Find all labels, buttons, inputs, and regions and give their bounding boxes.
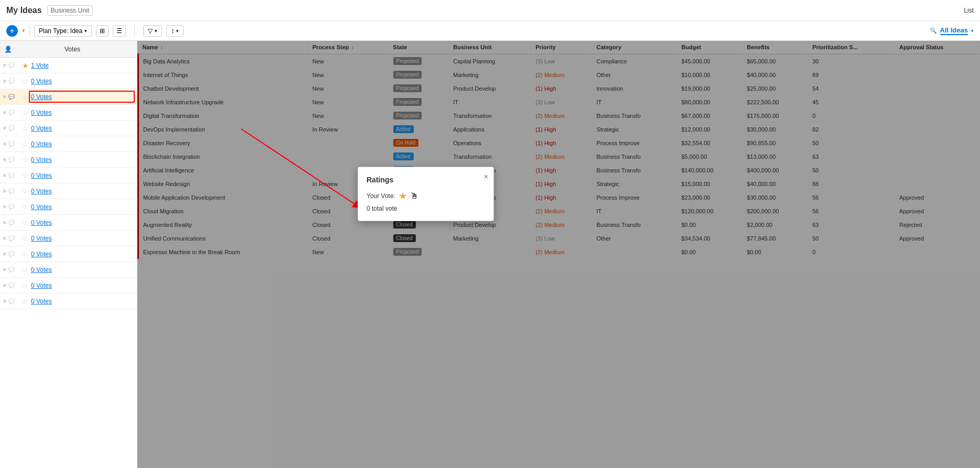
vote-link[interactable]: 0 Votes bbox=[31, 140, 52, 148]
add-button[interactable]: + bbox=[6, 25, 18, 37]
list-view-button[interactable]: ☰ bbox=[113, 25, 126, 37]
modal-overlay bbox=[137, 41, 980, 468]
filter-icon: ▽ bbox=[148, 27, 153, 35]
vote-link[interactable]: 0 Votes bbox=[31, 109, 52, 116]
left-panel-row[interactable]: ≡ 💬 ☆ 0 Votes bbox=[0, 246, 137, 262]
vote-link[interactable]: 0 Votes bbox=[31, 282, 52, 289]
row-icons: ≡ 💬 bbox=[3, 267, 22, 273]
votes-header: Votes bbox=[12, 46, 133, 53]
left-panel-row[interactable]: ≡ 💬 ☆ 0 Votes bbox=[0, 199, 137, 215]
left-panel-row[interactable]: ≡ 💬 ☆ 0 Votes bbox=[0, 73, 137, 89]
vote-link[interactable]: 0 Votes bbox=[31, 172, 52, 179]
comment-icon: 💬 bbox=[8, 282, 15, 288]
left-panel-row[interactable]: ≡ 💬 ★ 1 Vote bbox=[0, 58, 137, 73]
hamburger-icon: ≡ bbox=[3, 172, 6, 178]
left-panel-row[interactable]: ≡ 💬 ☆ 0 Votes bbox=[0, 168, 137, 183]
business-unit-badge: Business Unit bbox=[47, 5, 93, 16]
hamburger-icon: ≡ bbox=[3, 251, 6, 257]
vote-star: ☆ bbox=[22, 93, 29, 101]
left-panel-row[interactable]: ≡ 💬 ☆ 0 Votes bbox=[0, 183, 137, 199]
vote-star: ☆ bbox=[22, 203, 29, 211]
hamburger-icon: ≡ bbox=[3, 235, 6, 241]
left-panel-header: 👤 Votes bbox=[0, 41, 137, 58]
list-label: List bbox=[964, 7, 974, 14]
vote-link[interactable]: 0 Votes bbox=[31, 235, 52, 242]
hamburger-icon: ≡ bbox=[3, 188, 6, 194]
ratings-title: Ratings bbox=[367, 176, 485, 184]
hamburger-icon: ≡ bbox=[3, 62, 6, 68]
comment-icon: 💬 bbox=[8, 235, 15, 241]
comment-icon: 💬 bbox=[8, 172, 15, 178]
vote-star: ☆ bbox=[22, 297, 29, 306]
main-area: 👤 Votes ≡ 💬 ★ 1 Vote ≡ 💬 ☆ 0 Votes ≡ 💬 ☆… bbox=[0, 41, 980, 468]
left-panel-row[interactable]: ≡ 💬 ☆ 0 Votes bbox=[0, 231, 137, 246]
left-panel-row[interactable]: ≡ 💬 ☆ 0 Votes bbox=[0, 262, 137, 278]
vote-star: ☆ bbox=[22, 77, 29, 85]
right-panel: Ratings × Your Vote: ★ 🖱 0 total vote Na… bbox=[137, 41, 980, 468]
row-icons: ≡ 💬 bbox=[3, 141, 22, 147]
vote-star: ☆ bbox=[22, 281, 29, 290]
vote-link[interactable]: 0 Votes bbox=[31, 219, 52, 226]
vote-link[interactable]: 0 Votes bbox=[31, 78, 52, 85]
row-icons: ≡ 💬 bbox=[3, 298, 22, 304]
vote-link[interactable]: 0 Votes bbox=[31, 266, 52, 274]
left-panel-row[interactable]: ≡ 💬 ☆ 0 Votes bbox=[0, 89, 137, 105]
comment-icon: 💬 bbox=[8, 298, 15, 304]
hamburger-icon: ≡ bbox=[3, 267, 6, 273]
vote-star: ☆ bbox=[22, 266, 29, 274]
total-vote-label: 0 total vote bbox=[367, 205, 485, 212]
vote-star-icon[interactable]: ★ bbox=[399, 190, 407, 202]
vote-link[interactable]: 0 Votes bbox=[31, 93, 52, 101]
comment-icon: 💬 bbox=[8, 204, 15, 210]
hamburger-icon: ≡ bbox=[3, 78, 6, 84]
grid-view-button[interactable]: ⊞ bbox=[96, 25, 109, 37]
vote-link[interactable]: 0 Votes bbox=[31, 188, 52, 195]
sort-dropdown[interactable]: ↕ ▾ bbox=[166, 25, 184, 37]
vote-star: ☆ bbox=[22, 124, 29, 133]
left-panel-row[interactable]: ≡ 💬 ☆ 0 Votes bbox=[0, 105, 137, 121]
row-icons: ≡ 💬 bbox=[3, 188, 22, 194]
vote-link[interactable]: 0 Votes bbox=[31, 203, 52, 211]
row-icons: ≡ 💬 bbox=[3, 204, 22, 210]
left-panel-row[interactable]: ≡ 💬 ☆ 0 Votes bbox=[0, 293, 137, 309]
your-vote-label: Your Vote: bbox=[367, 192, 395, 200]
vote-link[interactable]: 0 Votes bbox=[31, 298, 52, 305]
vote-link[interactable]: 0 Votes bbox=[31, 251, 52, 258]
vote-star: ☆ bbox=[22, 234, 29, 243]
hamburger-icon: ≡ bbox=[3, 282, 6, 288]
left-panel-row[interactable]: ≡ 💬 ☆ 0 Votes bbox=[0, 152, 137, 168]
comment-icon: 💬 bbox=[8, 251, 15, 257]
left-panel: 👤 Votes ≡ 💬 ★ 1 Vote ≡ 💬 ☆ 0 Votes ≡ 💬 ☆… bbox=[0, 41, 137, 468]
header-right: List bbox=[964, 7, 974, 14]
vote-link[interactable]: 0 Votes bbox=[31, 125, 52, 132]
cursor-icon: 🖱 bbox=[410, 191, 418, 201]
toolbar: + ▾ Plan Type: Idea ▾ ⊞ ☰ ▽ ▾ ↕ ▾ 🔍 All … bbox=[0, 21, 980, 41]
plan-type-dropdown[interactable]: Plan Type: Idea ▾ bbox=[34, 25, 92, 37]
left-panel-row[interactable]: ≡ 💬 ☆ 0 Votes bbox=[0, 278, 137, 293]
comment-icon: 💬 bbox=[8, 94, 15, 100]
vote-link[interactable]: 1 Vote bbox=[31, 62, 49, 69]
vote-star: ☆ bbox=[22, 250, 29, 258]
toolbar-right: 🔍 All Ideas ▾ bbox=[930, 26, 974, 35]
all-ideas-button[interactable]: All Ideas bbox=[940, 26, 968, 35]
left-panel-row[interactable]: ≡ 💬 ☆ 0 Votes bbox=[0, 215, 137, 231]
person-icon: 👤 bbox=[4, 46, 12, 53]
vote-star: ★ bbox=[22, 61, 29, 70]
row-icons: ≡ 💬 bbox=[3, 172, 22, 178]
filter-dropdown[interactable]: ▽ ▾ bbox=[143, 25, 162, 37]
vote-link[interactable]: 0 Votes bbox=[31, 156, 52, 164]
row-icons: ≡ 💬 bbox=[3, 94, 22, 100]
hamburger-icon: ≡ bbox=[3, 157, 6, 162]
comment-icon: 💬 bbox=[8, 220, 15, 225]
hamburger-icon: ≡ bbox=[3, 94, 6, 100]
hamburger-icon: ≡ bbox=[3, 220, 6, 225]
left-panel-row[interactable]: ≡ 💬 ☆ 0 Votes bbox=[0, 136, 137, 152]
left-panel-row[interactable]: ≡ 💬 ☆ 0 Votes bbox=[0, 121, 137, 136]
left-panel-rows: ≡ 💬 ★ 1 Vote ≡ 💬 ☆ 0 Votes ≡ 💬 ☆ 0 Votes… bbox=[0, 58, 137, 309]
row-icons: ≡ 💬 bbox=[3, 157, 22, 162]
comment-icon: 💬 bbox=[8, 110, 15, 115]
vote-star: ☆ bbox=[22, 156, 29, 164]
row-icons: ≡ 💬 bbox=[3, 251, 22, 257]
ratings-close-button[interactable]: × bbox=[484, 172, 488, 181]
header: My Ideas Business Unit List bbox=[0, 0, 980, 21]
